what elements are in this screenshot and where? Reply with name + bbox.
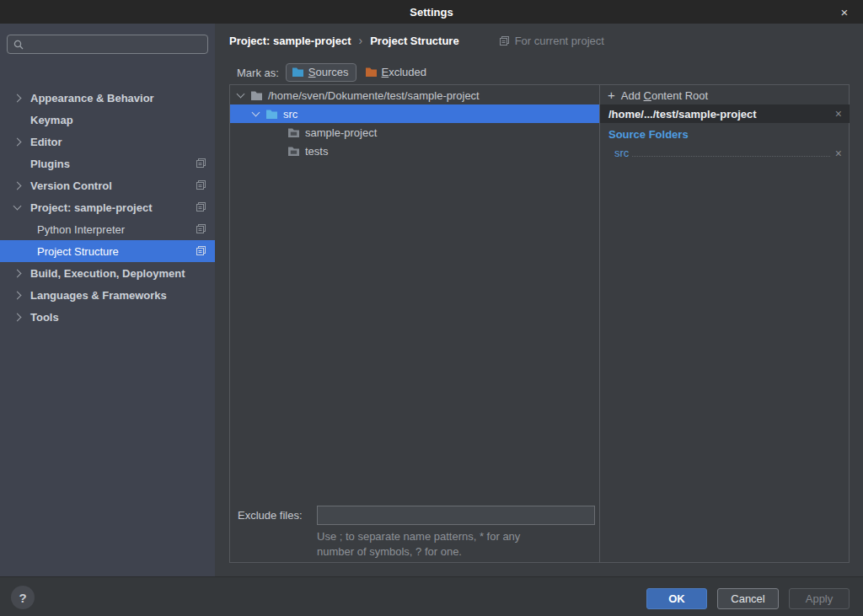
remove-source-folder-icon[interactable]: × xyxy=(834,147,844,160)
sidebar-item-project-sample-project[interactable]: Project: sample-project xyxy=(0,196,215,218)
exclude-files-hint-line2: number of symbols, ? for one. xyxy=(317,544,462,560)
cancel-button[interactable]: Cancel xyxy=(717,588,779,609)
remove-content-root-icon[interactable]: × xyxy=(828,107,850,121)
breadcrumb-separator: › xyxy=(359,34,363,47)
sidebar-item-tools[interactable]: Tools xyxy=(0,306,215,328)
settings-sidebar: Appearance & Behavior Keymap Editor Plug… xyxy=(0,24,215,576)
project-scope-icon xyxy=(196,201,206,215)
chevron-down-icon xyxy=(251,109,260,117)
source-folder-icon xyxy=(265,109,278,120)
sidebar-item-editor[interactable]: Editor xyxy=(0,131,215,153)
chevron-right-icon xyxy=(13,313,21,321)
for-current-project-note: For current project xyxy=(499,35,604,47)
help-button[interactable]: ? xyxy=(11,586,35,609)
search-icon xyxy=(13,39,24,51)
exclude-files-hint-line1: Use ; to separate name patterns, * for a… xyxy=(317,529,520,544)
chevron-right-icon xyxy=(13,291,21,299)
folder-icon xyxy=(250,90,263,101)
dotted-leader xyxy=(632,156,829,157)
plus-icon: + xyxy=(608,88,615,102)
project-scope-icon xyxy=(499,35,510,46)
content-root-path: /home/.../test/sample-project xyxy=(608,108,828,121)
project-scope-icon xyxy=(196,179,206,193)
sidebar-item-appearance-behavior[interactable]: Appearance & Behavior xyxy=(0,87,215,109)
tree-row-content-root[interactable]: /home/sven/Dokumente/test/sample-project xyxy=(230,86,599,104)
chevron-right-icon xyxy=(13,269,21,277)
apply-button[interactable]: Apply xyxy=(789,588,850,609)
sidebar-item-version-control[interactable]: Version Control xyxy=(0,174,215,196)
tree-row-sample-project[interactable]: sample-project xyxy=(230,123,599,142)
sidebar-item-build-execution-deployment[interactable]: Build, Execution, Deployment xyxy=(0,262,215,284)
sidebar-item-project-structure[interactable]: Project Structure xyxy=(0,240,215,262)
window-title: Settings xyxy=(410,6,453,19)
project-structure-panel: /home/sven/Dokumente/test/sample-project… xyxy=(229,84,850,563)
project-scope-icon xyxy=(196,158,206,171)
source-folder-row[interactable]: src × xyxy=(614,143,844,160)
chevron-right-icon xyxy=(13,94,21,102)
sidebar-item-python-interpreter[interactable]: Python Interpreter xyxy=(0,218,215,240)
excluded-folder-icon xyxy=(365,67,378,78)
chevron-right-icon xyxy=(13,137,21,146)
sidebar-item-keymap[interactable]: Keymap xyxy=(0,109,215,131)
breadcrumb: Project: sample-project › Project Struct… xyxy=(229,33,604,48)
folder-icon xyxy=(287,146,300,157)
source-folders-title: Source Folders xyxy=(608,128,689,141)
add-content-root-button[interactable]: + Add Content Root xyxy=(608,89,708,102)
sources-folder-icon xyxy=(292,67,304,78)
tree-row-src[interactable]: src xyxy=(230,104,599,123)
sidebar-item-plugins[interactable]: Plugins xyxy=(0,153,215,174)
tree-row-tests[interactable]: tests xyxy=(230,142,599,160)
breadcrumb-project[interactable]: Project: sample-project xyxy=(229,35,351,47)
mark-as-label: Mark as: xyxy=(237,67,279,79)
source-folder-name: src xyxy=(614,147,629,160)
close-icon[interactable]: × xyxy=(834,0,855,24)
ok-button[interactable]: OK xyxy=(646,588,707,609)
chevron-down-icon xyxy=(13,202,21,211)
settings-search[interactable] xyxy=(7,35,208,54)
breadcrumb-project-structure: Project Structure xyxy=(370,35,458,47)
mark-sources-button[interactable]: Sources xyxy=(286,63,356,82)
titlebar: Settings × xyxy=(0,0,863,24)
exclude-files-input[interactable] xyxy=(317,506,595,525)
dialog-footer: ? OK Cancel Apply xyxy=(0,576,863,616)
exclude-files-label: Exclude files: xyxy=(238,509,303,522)
folder-icon xyxy=(287,127,300,138)
chevron-right-icon xyxy=(13,181,21,190)
project-scope-icon xyxy=(196,223,206,237)
chevron-down-icon xyxy=(236,90,244,99)
content-root-row[interactable]: /home/.../test/sample-project × xyxy=(600,104,850,123)
project-scope-icon xyxy=(196,245,206,259)
mark-excluded-button[interactable]: Excluded xyxy=(363,64,433,81)
sidebar-item-languages-frameworks[interactable]: Languages & Frameworks xyxy=(0,284,215,306)
panel-divider xyxy=(599,85,600,562)
mark-as-toolbar: Mark as: Sources Excluded xyxy=(237,62,433,83)
